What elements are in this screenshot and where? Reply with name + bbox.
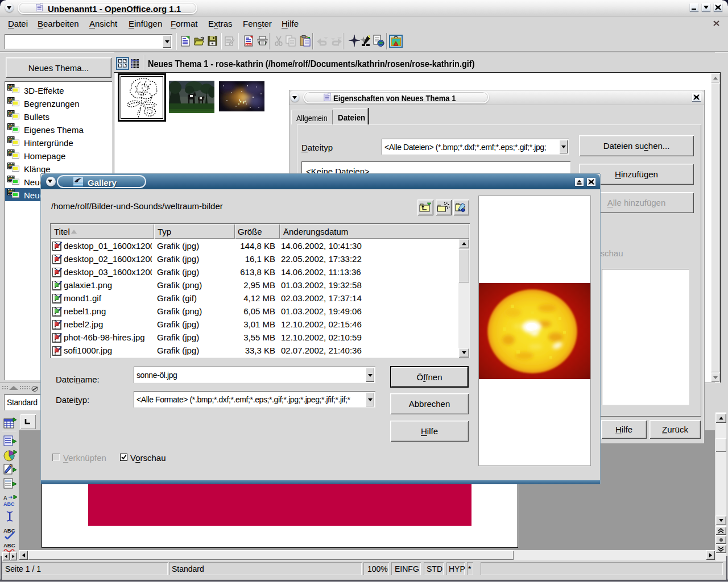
svg-text:A: A [3, 495, 7, 501]
svg-text:ABC: ABC [3, 542, 15, 548]
svg-text:ABC: ABC [3, 501, 15, 507]
